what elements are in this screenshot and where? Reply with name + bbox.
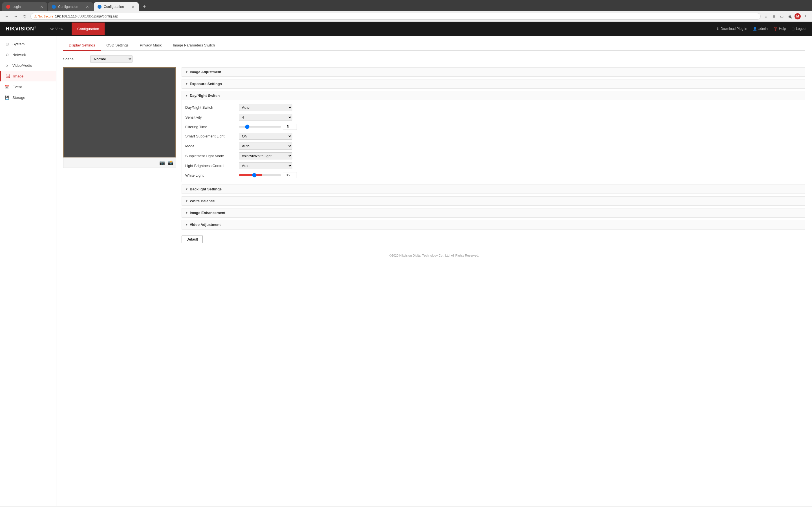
tab-favicon-login bbox=[6, 5, 10, 9]
filtering-time-control bbox=[239, 124, 297, 130]
tab-favicon-config2 bbox=[98, 5, 101, 9]
collapse-icon: ▼ bbox=[185, 187, 188, 191]
forward-button[interactable]: → bbox=[12, 13, 19, 20]
record-button[interactable]: 📷 bbox=[159, 160, 165, 165]
sidebar-item-video-audio[interactable]: ▷ Video/Audio bbox=[0, 60, 56, 71]
tab-label-config1: Configuration bbox=[58, 5, 78, 9]
filtering-time-label: Filtering Time bbox=[185, 125, 236, 129]
tab-close-config2[interactable]: ✕ bbox=[132, 4, 135, 9]
collapse-icon: ▼ bbox=[185, 200, 188, 203]
page-tabs: Display Settings OSD Settings Privacy Ma… bbox=[63, 40, 805, 51]
white-balance-header[interactable]: ▼ White Balance bbox=[182, 196, 805, 206]
tab-config2[interactable]: Configuration ✕ bbox=[94, 2, 139, 11]
video-adjustment-header[interactable]: ▼ Video Adjustment bbox=[182, 220, 805, 229]
security-warning: ⚠ Not Secure bbox=[34, 15, 53, 18]
profile-avatar[interactable]: M bbox=[795, 13, 801, 19]
tab-osd-settings[interactable]: OSD Settings bbox=[101, 40, 134, 51]
image-adjustment-section: ▼ Image Adjustment bbox=[182, 67, 805, 77]
sidebar-label-video-audio: Video/Audio bbox=[12, 63, 32, 68]
white-light-row: White Light bbox=[185, 171, 802, 180]
footer: ©2020 Hikvision Digital Technology Co., … bbox=[63, 249, 805, 262]
reload-button[interactable]: ↻ bbox=[21, 13, 28, 20]
image-icon: 🖼 bbox=[5, 73, 10, 78]
menu-icon[interactable]: ⋮ bbox=[802, 13, 809, 19]
sidebar-item-system[interactable]: ⊡ System bbox=[0, 39, 56, 49]
tab-image-params-switch[interactable]: Image Parameters Switch bbox=[167, 40, 220, 51]
tab-favicon-config1 bbox=[52, 5, 56, 9]
help-link[interactable]: ❓ Help bbox=[773, 27, 786, 31]
admin-link[interactable]: 👤 admin bbox=[753, 27, 768, 31]
image-enhancement-header[interactable]: ▼ Image Enhancement bbox=[182, 209, 805, 217]
sidebar-item-image[interactable]: 🖼 Image bbox=[0, 71, 56, 81]
day-night-body: Day/Night Switch Auto Day Night Schedule bbox=[182, 100, 805, 182]
sidebar-item-event[interactable]: 📅 Event bbox=[0, 81, 56, 92]
sidebar-label-system: System bbox=[12, 42, 24, 46]
mode-label: Mode bbox=[185, 144, 236, 148]
tab-config1[interactable]: Configuration ✕ bbox=[48, 2, 93, 11]
supplement-light-mode-label: Supplement Light Mode bbox=[185, 154, 236, 158]
video-icon: ▷ bbox=[4, 63, 10, 68]
new-tab-button[interactable]: + bbox=[140, 3, 148, 11]
settings-panel: ▼ Image Adjustment ▼ Exposure Settings bbox=[182, 67, 805, 243]
grid-icon[interactable]: ⊞ bbox=[771, 13, 777, 19]
tab-label-login: Login bbox=[12, 5, 20, 9]
day-night-section: ▼ Day/Night Switch Day/Night Switch Auto bbox=[182, 91, 805, 182]
back-button[interactable]: ← bbox=[3, 13, 10, 20]
sidebar-label-event: Event bbox=[12, 85, 22, 89]
logout-link[interactable]: ⬚ Logout bbox=[792, 27, 806, 31]
nav-configuration[interactable]: Configuration bbox=[71, 22, 105, 35]
scene-row: Scene Normal Indoor Outdoor bbox=[63, 55, 805, 63]
image-adjustment-header[interactable]: ▼ Image Adjustment bbox=[182, 68, 805, 76]
day-night-header[interactable]: ▼ Day/Night Switch bbox=[182, 91, 805, 100]
collapse-icon: ▼ bbox=[185, 211, 188, 214]
sidebar-label-image: Image bbox=[13, 74, 23, 78]
collapse-icon: ▼ bbox=[185, 223, 188, 226]
tab-close-config1[interactable]: ✕ bbox=[86, 4, 89, 9]
white-light-number[interactable] bbox=[283, 172, 297, 178]
supplement-light-mode-row: Supplement Light Mode colorVuWhiteLight … bbox=[185, 151, 802, 161]
sidebar-item-storage[interactable]: 💾 Storage bbox=[0, 92, 56, 103]
bookmark-icon[interactable]: ☆ bbox=[763, 13, 769, 19]
download-plugin-link[interactable]: ⬇ Download Plug-in bbox=[716, 27, 747, 31]
image-enhancement-section: ▼ Image Enhancement bbox=[182, 208, 805, 218]
collapse-icon: ▼ bbox=[185, 82, 188, 86]
backlight-settings-section: ▼ Backlight Settings bbox=[182, 184, 805, 194]
system-icon: ⊡ bbox=[4, 41, 10, 47]
mode-select[interactable]: Auto Manual bbox=[239, 143, 292, 150]
preview-settings-layout: 📷 📸 ▼ Image Adjustment bbox=[63, 67, 805, 243]
image-enhancement-title: Image Enhancement bbox=[190, 211, 225, 215]
default-button[interactable]: Default bbox=[182, 235, 203, 243]
sensitivity-select[interactable]: 123 4567 bbox=[239, 114, 292, 121]
user-icon: 👤 bbox=[753, 27, 757, 31]
url-display: 192.168.1.116:65001/doc/page/config.asp bbox=[55, 14, 118, 18]
sidebar-item-network[interactable]: ⊙ Network bbox=[0, 49, 56, 60]
light-brightness-control-select[interactable]: Auto Manual bbox=[239, 162, 292, 169]
day-night-switch-select[interactable]: Auto Day Night Schedule bbox=[239, 104, 292, 111]
smart-supplement-light-select[interactable]: ON OFF bbox=[239, 133, 292, 140]
video-adjustment-title: Video Adjustment bbox=[190, 223, 221, 227]
tab-login[interactable]: Login ✕ bbox=[2, 2, 47, 11]
tab-close-login[interactable]: ✕ bbox=[40, 4, 43, 9]
collapse-icon: ▼ bbox=[185, 94, 188, 97]
filtering-time-number[interactable] bbox=[283, 124, 297, 130]
extensions-icon[interactable]: 🔌 bbox=[786, 13, 793, 19]
backlight-settings-header[interactable]: ▼ Backlight Settings bbox=[182, 185, 805, 194]
cast-icon[interactable]: ▭ bbox=[779, 13, 785, 19]
top-navigation: HIKVISION® Live View Configuration ⬇ Dow… bbox=[0, 22, 812, 36]
sensitivity-control: 123 4567 bbox=[239, 114, 292, 121]
tab-display-settings[interactable]: Display Settings bbox=[63, 40, 101, 51]
nav-live-view[interactable]: Live View bbox=[48, 22, 63, 35]
scene-select[interactable]: Normal Indoor Outdoor bbox=[90, 55, 133, 63]
smart-supplement-light-label: Smart Supplement Light bbox=[185, 134, 236, 138]
backlight-settings-title: Backlight Settings bbox=[190, 187, 221, 191]
copyright-text: ©2020 Hikvision Digital Technology Co., … bbox=[389, 254, 479, 257]
supplement-light-mode-select[interactable]: colorVuWhiteLight IR bbox=[239, 152, 292, 159]
white-light-slider[interactable] bbox=[239, 174, 281, 176]
filtering-time-slider[interactable] bbox=[239, 126, 281, 128]
collapse-icon: ▼ bbox=[185, 70, 188, 73]
exposure-settings-header[interactable]: ▼ Exposure Settings bbox=[182, 79, 805, 89]
address-bar[interactable]: ⚠ Not Secure 192.168.1.116:65001/doc/pag… bbox=[31, 13, 761, 20]
snapshot-button[interactable]: 📸 bbox=[168, 160, 173, 165]
tab-privacy-mask[interactable]: Privacy Mask bbox=[134, 40, 167, 51]
smart-supplement-light-control: ON OFF bbox=[239, 133, 292, 140]
